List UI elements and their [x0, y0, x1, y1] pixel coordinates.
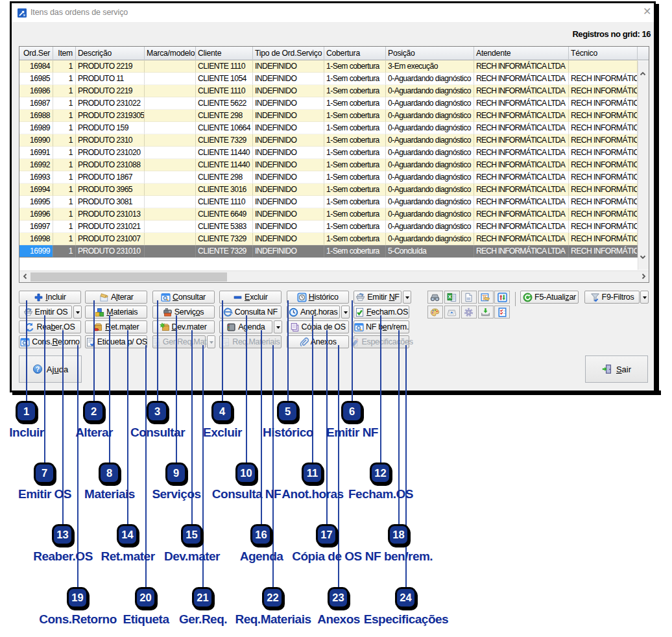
svg-text:?: ?: [36, 365, 40, 373]
svg-text:X: X: [448, 294, 452, 300]
